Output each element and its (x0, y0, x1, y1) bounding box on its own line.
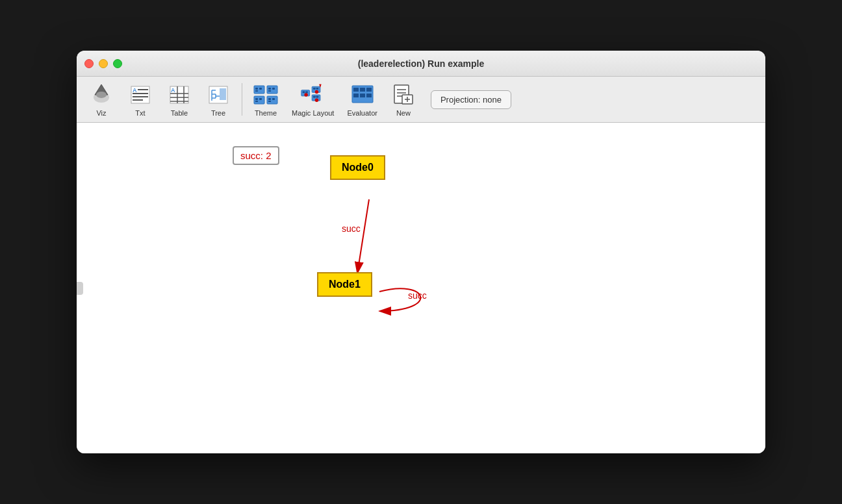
maximize-button[interactable] (113, 59, 122, 68)
magic-layout-button[interactable]: Magic Layout (287, 79, 339, 120)
svg-rect-41 (272, 98, 275, 100)
table-button[interactable]: A Table (161, 79, 198, 120)
svg-point-54 (304, 93, 307, 96)
svg-rect-50 (313, 96, 316, 98)
svg-rect-61 (353, 94, 359, 97)
diagram-arrows (77, 123, 765, 453)
svg-rect-29 (259, 88, 262, 90)
svg-point-3 (96, 92, 107, 98)
traffic-lights (84, 59, 122, 68)
svg-rect-51 (316, 96, 318, 98)
toolbar: Viz A Txt A (77, 77, 765, 123)
svg-rect-63 (366, 94, 372, 97)
viz-button[interactable]: Viz (83, 79, 120, 120)
svg-rect-26 (220, 96, 226, 100)
txt-label: Txt (135, 109, 145, 117)
svg-rect-42 (268, 101, 271, 102)
svg-point-55 (314, 90, 318, 94)
svg-rect-36 (255, 98, 258, 100)
svg-text:A: A (171, 87, 175, 94)
window-title: (leaderelection) Run example (358, 58, 485, 69)
magic-layout-label: Magic Layout (292, 109, 334, 117)
minimize-button[interactable] (99, 59, 108, 68)
new-button[interactable]: New (385, 79, 422, 120)
svg-line-72 (357, 199, 369, 273)
table-label: Table (171, 109, 188, 117)
scroll-indicator (77, 282, 83, 295)
svg-rect-44 (302, 92, 305, 94)
toolbar-separator (242, 83, 242, 116)
svg-rect-39 (267, 96, 277, 104)
txt-button[interactable]: A Txt (122, 79, 159, 120)
svg-rect-59 (360, 88, 365, 92)
svg-rect-37 (259, 98, 262, 100)
node0-box[interactable]: Node0 (330, 155, 385, 180)
close-button[interactable] (84, 59, 94, 68)
svg-rect-27 (254, 86, 264, 94)
svg-text:A: A (133, 87, 137, 94)
magic-layout-icon (300, 82, 326, 108)
svg-rect-60 (366, 88, 372, 92)
svg-rect-31 (267, 86, 277, 94)
svg-rect-32 (268, 88, 271, 90)
svg-rect-35 (254, 96, 264, 104)
diagram-canvas[interactable]: succ: 2 Node0 succ Node1 succ (77, 123, 765, 453)
edge0-label: succ (342, 223, 361, 234)
main-window: (leaderelection) Run example Viz A (77, 51, 765, 453)
svg-rect-58 (353, 88, 359, 92)
svg-rect-47 (313, 88, 316, 90)
svg-rect-38 (255, 101, 258, 102)
tree-button[interactable]: Tree (200, 79, 236, 120)
svg-rect-62 (360, 94, 365, 97)
node1-box[interactable]: Node1 (317, 272, 372, 297)
txt-icon: A (127, 82, 153, 108)
theme-button[interactable]: Theme (248, 79, 284, 120)
tree-label: Tree (211, 109, 225, 117)
svg-rect-34 (268, 90, 271, 92)
viz-label: Viz (96, 109, 106, 117)
node0-label: Node0 (342, 162, 374, 173)
evaluator-button[interactable]: Evaluator (342, 79, 382, 120)
svg-rect-40 (268, 98, 271, 100)
new-label: New (396, 109, 411, 117)
svg-rect-28 (255, 88, 258, 90)
edge1-label: succ (408, 290, 427, 301)
svg-point-56 (314, 98, 318, 101)
svg-rect-48 (316, 88, 318, 90)
svg-rect-45 (305, 92, 308, 94)
theme-icon (253, 82, 279, 108)
titlebar: (leaderelection) Run example (77, 51, 765, 77)
viz-icon (88, 82, 114, 108)
svg-rect-25 (220, 92, 226, 96)
evaluator-icon (350, 82, 376, 108)
svg-rect-24 (220, 88, 226, 92)
table-icon: A (166, 82, 192, 108)
node1-label: Node1 (329, 279, 361, 290)
succ-badge: succ: 2 (233, 146, 279, 165)
tree-icon (205, 82, 231, 108)
new-icon (390, 82, 416, 108)
svg-rect-30 (255, 90, 258, 92)
svg-rect-33 (272, 88, 275, 90)
theme-label: Theme (255, 109, 277, 117)
projection-button[interactable]: Projection: none (431, 90, 511, 109)
evaluator-label: Evaluator (347, 109, 377, 117)
